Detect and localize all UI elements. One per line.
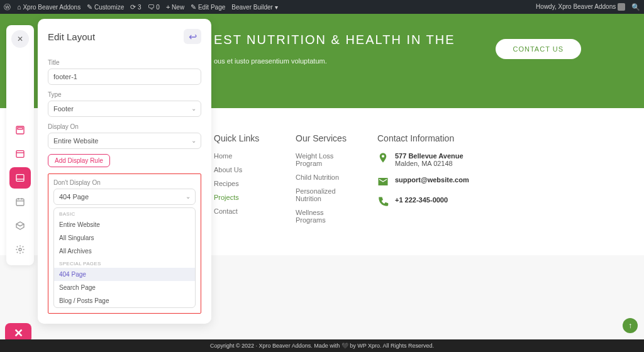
svg-rect-2 xyxy=(16,151,24,158)
dropdown-group-special: SPECIAL PAGES xyxy=(54,258,195,268)
new-link[interactable]: + New xyxy=(166,3,184,11)
service-personalized[interactable]: Personalized Nutrition xyxy=(296,187,352,202)
map-pin-icon xyxy=(377,152,389,163)
svg-rect-4 xyxy=(16,175,24,182)
beaver-builder-link[interactable]: Beaver Builder ▾ xyxy=(231,4,277,11)
quick-link-projects[interactable]: Projects xyxy=(214,194,270,201)
panel-back-button[interactable]: ↩ xyxy=(184,29,201,44)
scroll-top-button[interactable]: ↑ xyxy=(623,318,638,333)
quick-link-about[interactable]: About Us xyxy=(214,166,270,173)
contact-title: Contact Information xyxy=(377,133,503,143)
envelope-icon xyxy=(377,176,389,187)
contact-phone[interactable]: +1 222-345-0000 xyxy=(395,196,448,204)
svg-rect-1 xyxy=(18,128,23,129)
contact-email[interactable]: support@website.com xyxy=(395,176,469,184)
svg-rect-6 xyxy=(16,199,24,206)
opt-all-archives[interactable]: All Archives xyxy=(54,245,195,258)
opt-404-page[interactable]: 404 Page xyxy=(54,268,195,281)
opt-all-singulars[interactable]: All Singulars xyxy=(54,231,195,245)
type-label: Type xyxy=(48,91,201,98)
quick-link-contact[interactable]: Contact xyxy=(214,207,270,215)
sidebar-layout-icon[interactable] xyxy=(9,119,31,141)
sidebar-close-button[interactable]: ✕ xyxy=(11,30,29,48)
sidebar-settings-icon[interactable] xyxy=(9,239,31,260)
builder-sidebar: ✕ xyxy=(6,25,34,265)
quick-links-title: Quick Links xyxy=(214,133,270,143)
service-child-nutrition[interactable]: Child Nutrition xyxy=(296,173,352,181)
search-icon[interactable]: 🔍 xyxy=(631,3,640,11)
opt-entire-website[interactable]: Entire Website xyxy=(54,218,195,231)
customize-link[interactable]: ✎ Customize xyxy=(87,3,124,11)
sidebar-box-icon[interactable] xyxy=(9,215,31,236)
opt-search-page[interactable]: Search Page xyxy=(54,281,195,294)
display-on-label: Display On xyxy=(48,123,201,130)
services-title: Our Services xyxy=(296,133,352,143)
phone-icon xyxy=(377,196,389,207)
wp-logo-icon[interactable]: ⓦ xyxy=(4,3,11,12)
sidebar-calendar-icon[interactable] xyxy=(9,191,31,212)
sidebar-footer-icon[interactable] xyxy=(9,167,31,189)
contact-us-button[interactable]: CONTACT US xyxy=(496,39,582,59)
contact-address: 577 Bellevue AvenueMalden, MA 02148 xyxy=(395,152,464,167)
service-wellness[interactable]: Wellness Programs xyxy=(296,209,352,224)
panel-title: Edit Layout xyxy=(48,31,95,42)
quick-links-col: Quick Links Home About Us Recipes Projec… xyxy=(214,133,270,230)
updates-link[interactable]: ⟳ 3 xyxy=(130,3,141,11)
dont-display-highlight: Don't Display On ⌄ BASIC Entire Website … xyxy=(48,173,201,314)
dont-display-label: Don't Display On xyxy=(53,179,196,186)
svg-point-10 xyxy=(19,248,21,251)
opt-front-page[interactable]: Front Page xyxy=(54,307,195,308)
title-input[interactable] xyxy=(48,69,201,85)
edit-page-link[interactable]: ✎ Edit Page xyxy=(191,3,225,11)
quick-link-home[interactable]: Home xyxy=(214,152,270,160)
title-label: Title xyxy=(48,59,201,66)
copyright-bar: Copyright © 2022 · Xpro Beaver Addons. M… xyxy=(0,339,644,352)
display-on-select[interactable] xyxy=(48,133,201,149)
site-name-link[interactable]: ⌂ Xpro Beaver Addons xyxy=(17,3,80,11)
opt-blog-posts-page[interactable]: Blog / Posts Page xyxy=(54,294,195,307)
dont-display-dropdown: BASIC Entire Website All Singulars All A… xyxy=(53,207,196,308)
quick-link-recipes[interactable]: Recipes xyxy=(214,180,270,187)
type-select[interactable] xyxy=(48,101,201,117)
howdy-link[interactable]: Howdy, Xpro Beaver Addons xyxy=(536,3,625,11)
wp-admin-bar: ⓦ ⌂ Xpro Beaver Addons ✎ Customize ⟳ 3 🗨… xyxy=(0,0,644,14)
add-display-rule-button[interactable]: Add Display Rule xyxy=(48,154,110,167)
contact-col: Contact Information 577 Bellevue AvenueM… xyxy=(377,133,503,230)
sidebar-window-icon[interactable] xyxy=(9,143,31,165)
service-weight-loss[interactable]: Weight Loss Program xyxy=(296,152,352,167)
avatar xyxy=(618,3,625,11)
dropdown-group-basic: BASIC xyxy=(54,208,195,218)
edit-layout-panel: Edit Layout ↩ Title Type ⌄ Display On ⌄ … xyxy=(38,19,211,324)
comments-link[interactable]: 🗨 0 xyxy=(148,3,160,11)
services-col: Our Services Weight Loss Program Child N… xyxy=(296,133,352,230)
dont-display-select[interactable] xyxy=(53,189,196,205)
